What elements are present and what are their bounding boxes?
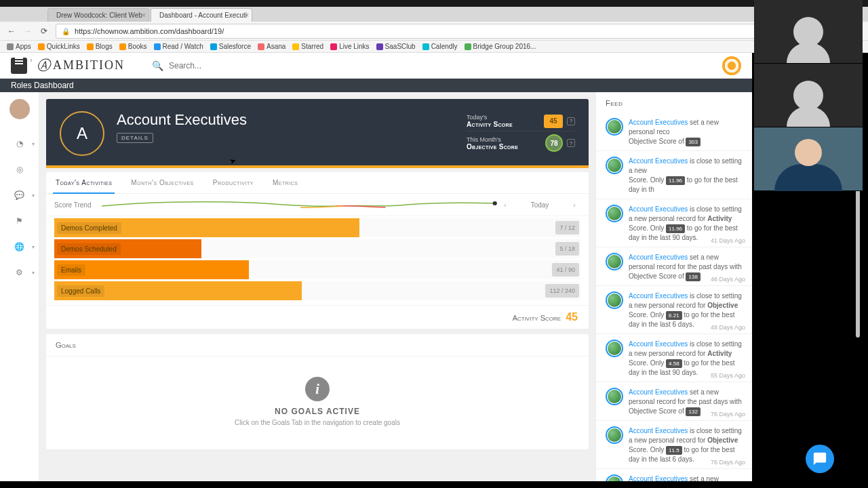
participant-placeholder[interactable] xyxy=(754,0,863,64)
browser-top-bar xyxy=(0,0,868,7)
search-icon[interactable]: 🔍 xyxy=(152,60,163,71)
bookmark-starred[interactable]: Starred xyxy=(292,43,323,50)
feed-item[interactable]: Account Executives is close to setting a… xyxy=(596,286,752,334)
app-logo[interactable]: ⒶAMBITION xyxy=(37,56,125,75)
bar-label: Logged Calls xyxy=(57,285,104,297)
url-text: https://chownow.ambition.com/dashboard/1… xyxy=(75,27,224,35)
activity-bar-row[interactable]: Demos Scheduled 5 / 18 xyxy=(46,239,589,258)
activity-bar-row[interactable]: Demos Completed 7 / 12 xyxy=(46,218,589,237)
feed-item[interactable]: Account Executives is close to setting a… xyxy=(596,151,752,199)
feed-item[interactable]: Account Executives is close to setting a… xyxy=(596,334,752,382)
search-input[interactable] xyxy=(163,58,299,73)
feed-timestamp: 76 Days Ago xyxy=(711,411,745,418)
feed-column: Feed Account Executives set a new person… xyxy=(595,92,752,481)
bar-value-badge: 5 / 18 xyxy=(555,242,579,256)
silhouette-icon xyxy=(793,81,823,110)
app-window: ⒶAMBITION 🔍 Roles Dashboard ◔▾ ◎ 💬▾ ⚑ 🌐▾… xyxy=(0,53,752,481)
rail-dashboard-icon[interactable]: ◔▾ xyxy=(12,136,28,152)
participant-photo[interactable] xyxy=(754,127,863,191)
feed-link[interactable]: Account Executives xyxy=(629,388,688,396)
feed-item[interactable]: Account Executives set a new personal re… xyxy=(596,113,752,151)
activity-bar-row[interactable]: Emails 41 / 90 xyxy=(46,260,589,279)
participant-body xyxy=(774,164,842,191)
feed-link[interactable]: Account Executives xyxy=(629,340,688,348)
feed-item[interactable]: Account Executives set a new personal re… xyxy=(596,247,752,286)
reload-button[interactable]: ⟳ xyxy=(39,26,49,36)
chevron-down-icon: ▾ xyxy=(32,141,35,147)
page-icon xyxy=(154,43,161,50)
feed-link[interactable]: Account Executives xyxy=(629,157,688,165)
prev-day-button[interactable]: ‹ xyxy=(499,201,511,209)
feed-list: Account Executives set a new personal re… xyxy=(596,113,752,481)
salesforce-icon xyxy=(210,43,217,50)
bookmark-blogs[interactable]: Blogs xyxy=(87,43,113,50)
tab-todays-activities[interactable]: Today's Activities xyxy=(46,172,121,193)
bookmark-calendly[interactable]: Calendly xyxy=(422,43,458,50)
lock-icon: 🔒 xyxy=(62,28,70,35)
rail-settings-icon[interactable]: ⚙▾ xyxy=(12,264,28,281)
bookmark-quicklinks[interactable]: QuickLinks xyxy=(38,43,80,50)
feed-link[interactable]: Account Executives xyxy=(629,475,688,481)
rail-target-icon[interactable]: ◎ xyxy=(12,161,28,178)
link-icon xyxy=(330,43,337,50)
feed-link[interactable]: Account Executives xyxy=(629,292,688,300)
feed-link[interactable]: Account Executives xyxy=(629,427,688,434)
logo-icon: Ⓐ xyxy=(37,56,52,75)
feed-avatar xyxy=(606,205,623,222)
bookmark-saasclub[interactable]: SaaSClub xyxy=(376,43,416,50)
main-body: A Account Executives DETAILS Today'sActi… xyxy=(39,92,752,481)
rail-flag-icon[interactable]: ⚑ xyxy=(12,213,28,229)
bar-value-badge: 112 / 240 xyxy=(545,284,579,298)
menu-toggle[interactable] xyxy=(11,58,27,74)
intercom-launcher[interactable] xyxy=(806,445,834,473)
bookmark-asana[interactable]: Asana xyxy=(258,43,285,50)
feed-link[interactable]: Account Executives xyxy=(629,119,688,126)
activities-tabs: Today's Activities Month's Objectives Pr… xyxy=(46,172,589,194)
bar-fill: Logged Calls xyxy=(54,281,302,300)
bar-track: Logged Calls 112 / 240 xyxy=(54,281,580,300)
feed-avatar xyxy=(606,291,623,309)
tab-months-objectives[interactable]: Month's Objectives xyxy=(121,172,203,193)
feed-item[interactable]: Account Executives is close to setting a… xyxy=(596,421,752,469)
activity-bars-list: Demos Completed 7 / 12 Demos Scheduled 5… xyxy=(46,218,589,305)
feed-timestamp: 41 Days Ago xyxy=(711,237,745,244)
tab-metrics[interactable]: Metrics xyxy=(263,172,308,193)
activity-bar-row[interactable]: Logged Calls 112 / 240 xyxy=(46,281,589,300)
tab-productivity[interactable]: Productivity xyxy=(203,172,263,193)
close-icon[interactable]: × xyxy=(142,12,146,19)
feed-item[interactable]: Account Executives set a new personal re… xyxy=(596,382,752,421)
feed-link[interactable]: Account Executives xyxy=(629,205,688,213)
url-input[interactable]: 🔒 https://chownow.ambition.com/dashboard… xyxy=(56,24,861,39)
back-button[interactable]: ← xyxy=(7,26,16,36)
browser-tab-1[interactable]: Dashboard - Account Executi × xyxy=(151,8,252,22)
bookmark-label: Read / Watch xyxy=(163,43,203,50)
bar-value-badge: 41 / 90 xyxy=(552,263,579,277)
bookmark-salesforce[interactable]: Salesforce xyxy=(210,43,251,50)
forward-button[interactable]: → xyxy=(23,26,33,36)
feed-avatar xyxy=(606,388,623,405)
rail-user-avatar[interactable] xyxy=(9,99,30,119)
details-button[interactable]: DETAILS xyxy=(117,133,153,143)
goals-empty-title: NO GOALS ACTIVE xyxy=(46,407,589,416)
bookmark-apps[interactable]: Apps xyxy=(7,43,31,50)
bookmark-read[interactable]: Read / Watch xyxy=(154,43,203,50)
bookmark-livelinks[interactable]: Live Links xyxy=(330,43,369,50)
browser-tab-0[interactable]: Drew Woodcock: Client Web × xyxy=(47,8,149,22)
feed-item[interactable]: Account Executives set a new personal re… xyxy=(596,469,752,481)
help-icon[interactable]: ? xyxy=(567,139,575,147)
folder-icon xyxy=(119,43,126,50)
help-icon[interactable]: ? xyxy=(567,117,575,125)
user-avatar[interactable] xyxy=(722,56,741,75)
participant-placeholder[interactable] xyxy=(754,64,863,127)
rail-globe-icon[interactable]: 🌐▾ xyxy=(12,239,28,255)
feed-item[interactable]: Account Executives is close to setting a… xyxy=(596,199,752,247)
close-icon[interactable]: × xyxy=(245,12,249,19)
feed-link[interactable]: Account Executives xyxy=(629,253,688,261)
goals-card: Goals i NO GOALS ACTIVE Click on the Goa… xyxy=(46,334,589,449)
next-day-button[interactable]: › xyxy=(568,201,580,209)
bookmark-bridge[interactable]: Bridge Group 2016... xyxy=(465,43,536,50)
bookmark-books[interactable]: Books xyxy=(119,43,147,50)
rail-chat-icon[interactable]: 💬▾ xyxy=(12,187,28,203)
trend-label: Score Trend xyxy=(54,201,102,209)
feed-timestamp: 48 Days Ago xyxy=(711,324,745,331)
